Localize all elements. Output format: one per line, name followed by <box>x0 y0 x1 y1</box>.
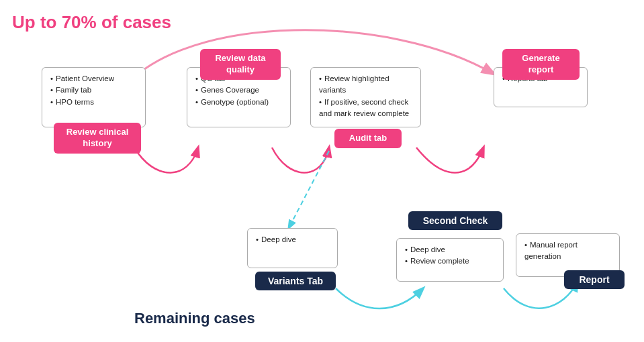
variants-tab-label: Variants Tab <box>255 272 336 290</box>
item-review-highlighted: Review highlighted variants <box>319 73 412 97</box>
diagram-container: Up to 70% of cases Remaining cases <box>0 0 644 342</box>
audit-tab-content: Review highlighted variants If positive,… <box>310 67 421 127</box>
dashed-arrow-down <box>289 151 329 228</box>
item-patient-overview: Patient Overview <box>50 73 137 84</box>
item-if-positive: If positive, second check and mark revie… <box>319 97 412 120</box>
second-check-label: Second Check <box>408 211 502 230</box>
heading-remaining-cases: Remaining cases <box>134 310 255 327</box>
top-arc-arrow <box>124 30 494 87</box>
report-label: Report <box>564 270 625 289</box>
review-data-quality-label: Review dataquality <box>200 49 281 80</box>
item-hpo-terms: HPO terms <box>50 97 137 108</box>
item-genotype: Genotype (optional) <box>195 97 282 108</box>
review-clinical-history-label: Review clinicalhistory <box>54 123 141 154</box>
item-deep-dive-variants: Deep dive <box>256 234 329 245</box>
item-deep-dive-second: Deep dive <box>405 244 495 255</box>
second-check-content: Deep dive Review complete <box>396 238 504 282</box>
generate-report-label: Generatereport <box>502 49 580 80</box>
item-family-tab: Family tab <box>50 84 137 96</box>
heading-70-percent: Up to 70% of cases <box>12 12 171 33</box>
audit-tab-label: Audit tab <box>334 129 402 148</box>
item-manual-report: Manual report generation <box>524 239 611 263</box>
item-genes-coverage: Genes Coverage <box>195 84 282 96</box>
item-review-complete: Review complete <box>405 255 495 267</box>
review-clinical-history-content: Patient Overview Family tab HPO terms <box>42 67 146 127</box>
variants-tab-content: Deep dive <box>247 228 338 268</box>
